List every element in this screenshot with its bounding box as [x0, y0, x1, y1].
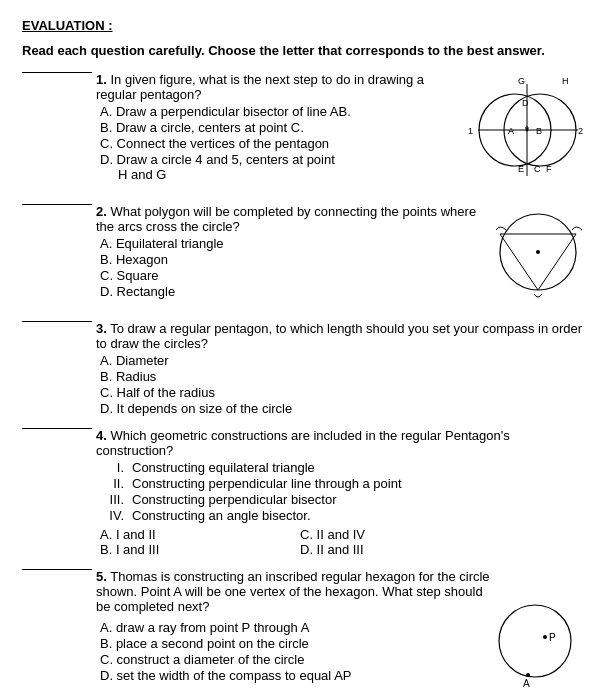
svg-point-22 — [499, 605, 571, 677]
svg-text:E: E — [518, 164, 524, 174]
svg-point-25 — [526, 673, 530, 677]
figure-5: P A — [490, 599, 580, 689]
q3-choice-c: C. Half of the radius — [100, 385, 590, 400]
question-5: 5. Thomas is constructing an inscribed r… — [22, 569, 590, 697]
q2-choice-c: C. Square — [100, 268, 480, 283]
q5-choice-c: C. construct a diameter of the circle — [100, 652, 490, 667]
blank-1 — [22, 72, 92, 73]
q2-text: 2. What polygon will be completed by con… — [96, 204, 480, 234]
svg-line-21 — [538, 234, 576, 290]
q2-choice-d: D. Rectangle — [100, 284, 480, 299]
blank-2 — [22, 204, 92, 205]
q4-choice-b: B. I and III — [100, 542, 220, 557]
q3-text: 3. To draw a regular pentagon, to which … — [96, 321, 590, 351]
q4-text: 4. Which geometric constructions are inc… — [96, 428, 590, 458]
svg-text:2: 2 — [578, 126, 583, 136]
svg-text:1: 1 — [468, 126, 473, 136]
svg-text:A: A — [523, 678, 530, 689]
q4-roman-i: I. Constructing equilateral triangle — [100, 460, 590, 475]
question-2: 2. What polygon will be completed by con… — [22, 204, 590, 309]
svg-point-18 — [536, 250, 540, 254]
q5-choice-a: A. draw a ray from point P through A — [100, 620, 490, 635]
svg-text:B: B — [536, 126, 542, 136]
q4-roman-ii: II. Constructing perpendicular line thro… — [100, 476, 590, 491]
instructions: Read each question carefully. Choose the… — [22, 43, 590, 58]
q1-text: 1. In given figure, what is the next ste… — [96, 72, 450, 102]
svg-text:H: H — [562, 76, 569, 86]
svg-text:A: A — [508, 126, 514, 136]
question-4: 4. Which geometric constructions are inc… — [22, 428, 590, 557]
q1-choice-d: D. Draw a circle 4 and 5, centers at poi… — [100, 152, 450, 182]
q4-roman-iii: III. Constructing perpendicular bisector — [100, 492, 590, 507]
q1-choice-b: B. Draw a circle, centers at point C. — [100, 120, 450, 135]
svg-point-23 — [543, 635, 547, 639]
svg-text:P: P — [549, 632, 556, 643]
blank-3 — [22, 321, 92, 322]
svg-text:C: C — [534, 164, 541, 174]
q3-choice-b: B. Radius — [100, 369, 590, 384]
svg-line-20 — [500, 234, 538, 290]
figure-1: G H D A B E C F 1 2 — [460, 72, 590, 182]
q5-choice-d: D. set the width of the compass to equal… — [100, 668, 490, 683]
q4-choice-a: A. I and II — [100, 527, 220, 542]
question-3: 3. To draw a regular pentagon, to which … — [22, 321, 590, 416]
page-title: EVALUATION : — [22, 18, 590, 33]
svg-text:F: F — [546, 164, 552, 174]
q4-answer-col-2: C. II and IV D. II and III — [300, 527, 420, 557]
q5-text: 5. Thomas is constructing an inscribed r… — [96, 569, 490, 614]
svg-text:D: D — [522, 98, 529, 108]
q4-choice-d: D. II and III — [300, 542, 420, 557]
svg-text:G: G — [518, 76, 525, 86]
q3-choice-d: D. It depends on size of the circle — [100, 401, 590, 416]
q5-choice-b: B. place a second point on the circle — [100, 636, 490, 651]
q1-choice-c: C. Connect the vertices of the pentagon — [100, 136, 450, 151]
question-1: 1. In given figure, what is the next ste… — [22, 72, 590, 192]
figure-2 — [490, 204, 590, 294]
q3-choice-a: A. Diameter — [100, 353, 590, 368]
q2-choice-a: A. Equilateral triangle — [100, 236, 480, 251]
q1-choice-a: A. Draw a perpendicular bisector of line… — [100, 104, 450, 119]
q4-choice-c: C. II and IV — [300, 527, 420, 542]
q2-choice-b: B. Hexagon — [100, 252, 480, 267]
blank-4 — [22, 428, 92, 429]
q4-answer-col-1: A. I and II B. I and III — [100, 527, 220, 557]
blank-5 — [22, 569, 92, 570]
q4-roman-iv: IV. Constructing an angle bisector. — [100, 508, 590, 523]
